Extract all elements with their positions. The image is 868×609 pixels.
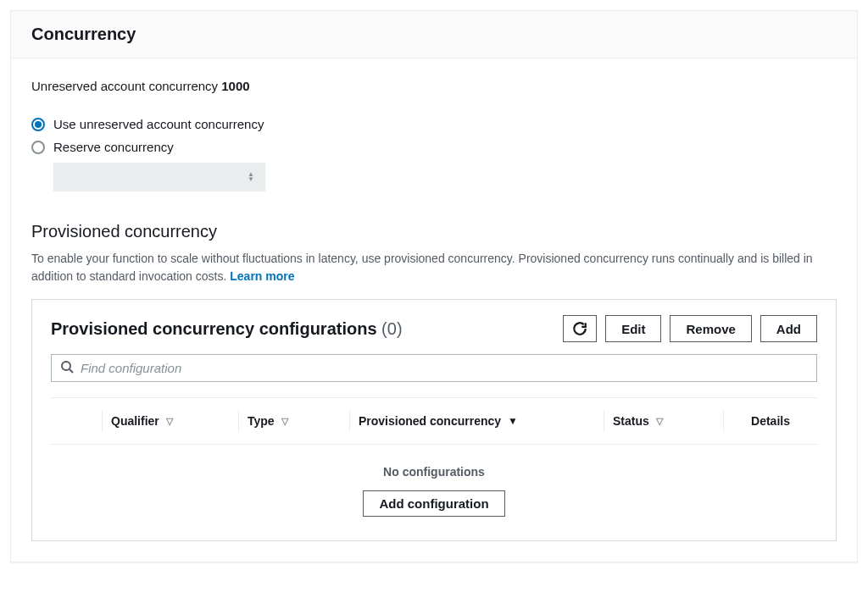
config-header: Provisioned concurrency configurations (… [51,315,817,342]
radio-label: Reserve concurrency [53,140,174,154]
svg-point-0 [62,362,70,370]
radio-reserve-concurrency[interactable]: Reserve concurrency [31,140,837,154]
reserve-concurrency-input[interactable]: ▲▼ [53,163,265,191]
learn-more-link[interactable]: Learn more [230,269,294,283]
col-provisioned[interactable]: Provisioned concurrency ▼ [350,414,604,428]
radio-use-unreserved[interactable]: Use unreserved account concurrency [31,117,837,131]
sort-icon-active: ▼ [508,415,518,427]
concurrency-panel: Concurrency Unreserved account concurren… [10,10,858,562]
edit-button[interactable]: Edit [605,315,661,342]
refresh-button[interactable] [563,315,597,342]
unreserved-label: Unreserved account concurrency [31,79,218,93]
empty-state: No configurations Add configuration [51,445,817,517]
search-container [51,354,817,382]
provisioned-title: Provisioned concurrency [31,222,837,241]
col-status[interactable]: Status ▽ [604,414,723,428]
col-qualifier[interactable]: Qualifier ▽ [103,414,238,428]
add-button[interactable]: Add [760,315,817,342]
radio-icon [31,141,45,154]
sort-icon: ▽ [166,416,173,427]
unreserved-value: 1000 [221,79,249,93]
unreserved-concurrency-text: Unreserved account concurrency 1000 [31,79,837,93]
config-title: Provisioned concurrency configurations (… [51,319,403,339]
refresh-icon [572,321,587,336]
radio-label: Use unreserved account concurrency [53,117,264,131]
search-input[interactable] [81,361,808,375]
provisioned-description: To enable your function to scale without… [31,250,837,285]
empty-text: No configurations [51,465,817,479]
config-buttons: Edit Remove Add [563,315,817,342]
search-icon [60,360,74,376]
radio-icon [31,118,45,131]
sort-icon: ▽ [281,416,288,427]
concurrency-radio-group: Use unreserved account concurrency Reser… [31,117,837,191]
col-type[interactable]: Type ▽ [239,414,349,428]
config-panel: Provisioned concurrency configurations (… [31,299,837,541]
add-configuration-button[interactable]: Add configuration [363,490,504,517]
page-title: Concurrency [31,25,837,44]
table-header: Qualifier ▽ Type ▽ Provisioned concurren… [51,397,817,445]
sort-icon: ▽ [656,416,663,427]
remove-button[interactable]: Remove [670,315,751,342]
stepper-icon: ▲▼ [248,172,254,182]
panel-body: Unreserved account concurrency 1000 Use … [11,58,857,562]
col-details: Details [724,414,817,428]
config-count: (0) [381,319,402,338]
panel-header: Concurrency [11,11,857,58]
